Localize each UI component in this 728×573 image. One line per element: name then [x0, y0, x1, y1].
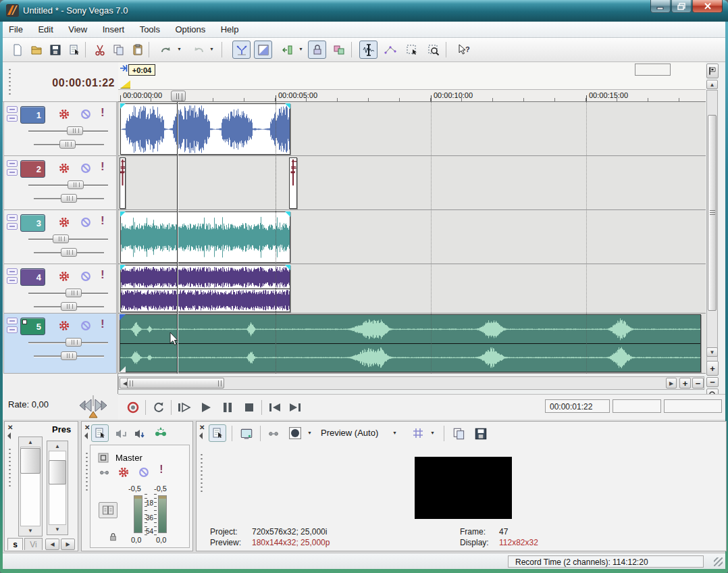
zoom-in-track-height-button[interactable]: +	[706, 361, 719, 376]
track-number[interactable]: 2	[20, 160, 45, 178]
lock-envelopes-button[interactable]	[308, 41, 326, 59]
track-solo-icon[interactable]: !	[101, 268, 105, 282]
menu-view[interactable]: View	[62, 22, 93, 34]
volume-slider[interactable]	[28, 293, 108, 295]
minimize-track-button[interactable]	[7, 268, 18, 275]
overlays-button[interactable]	[411, 426, 425, 440]
pause-button[interactable]	[218, 398, 237, 417]
restore-track-button[interactable]	[7, 223, 18, 230]
zoom-out-track-height-button[interactable]: −	[706, 377, 719, 387]
record-button[interactable]	[124, 398, 142, 417]
stop-button[interactable]	[240, 398, 259, 417]
tab-scroll-right-button[interactable]: ▶	[61, 539, 75, 550]
track-header-2[interactable]: 2!	[3, 156, 117, 210]
minimize-track-button[interactable]	[7, 160, 18, 167]
audio-event-track1-1[interactable]	[120, 103, 290, 155]
pan-slider[interactable]	[34, 252, 104, 254]
track-mute-icon[interactable]	[80, 162, 92, 174]
vertical-scroll-thumb[interactable]	[708, 115, 717, 311]
track-mute-icon[interactable]	[80, 320, 92, 332]
preview-quality-dropdown[interactable]: ▼	[307, 430, 312, 435]
zoom-edit-tool-button[interactable]	[424, 41, 442, 59]
save-button[interactable]	[46, 41, 64, 59]
record-arm-indicator[interactable]	[22, 320, 27, 324]
bus-automation-icon[interactable]	[118, 466, 130, 478]
track-solo-icon[interactable]: !	[101, 106, 105, 120]
marker-name-box[interactable]	[635, 64, 671, 76]
close-button[interactable]	[692, 0, 723, 13]
master-bus-button[interactable]	[97, 451, 110, 464]
marker-arrow-icon[interactable]	[120, 64, 128, 72]
time-display-grip[interactable]	[8, 68, 12, 97]
browser-scrollbar-2[interactable]: ▲ ▼	[47, 441, 68, 535]
track-solo-icon[interactable]: !	[101, 214, 105, 228]
loop-region-marker[interactable]	[120, 80, 130, 89]
horizontal-scrollbar[interactable]: ◀ ▶ + −	[118, 376, 704, 390]
volume-slider-handle[interactable]	[53, 234, 69, 243]
paste-button[interactable]	[128, 41, 147, 59]
volume-slider[interactable]	[28, 239, 108, 241]
zoom-out-time-button[interactable]: −	[692, 378, 704, 389]
track-automation-icon[interactable]	[58, 162, 70, 174]
scroll-up-button[interactable]: ▲	[706, 80, 718, 89]
pan-slider[interactable]	[34, 198, 104, 200]
track-mute-icon[interactable]	[80, 270, 92, 282]
selection-edit-tool-button[interactable]	[402, 41, 421, 59]
ignore-event-grouping-button[interactable]	[330, 41, 348, 59]
track-automation-icon[interactable]	[58, 270, 70, 282]
track-number[interactable]: 3	[20, 214, 45, 232]
audio-event-track5-1[interactable]	[120, 314, 701, 372]
play-button[interactable]	[197, 398, 215, 417]
menu-file[interactable]: File	[3, 22, 29, 34]
cursor-scrub-handle[interactable]	[171, 91, 186, 101]
volume-slider-handle[interactable]	[68, 180, 84, 189]
resize-grip[interactable]	[714, 557, 723, 566]
maximize-button[interactable]	[671, 0, 692, 13]
menu-tools[interactable]: Tools	[134, 22, 166, 34]
track-row-5[interactable]	[118, 314, 706, 374]
panel-grip[interactable]	[85, 451, 88, 493]
redo-dropdown[interactable]: ▼	[209, 47, 214, 51]
track-row-4[interactable]	[118, 264, 706, 314]
track-header-4[interactable]: 4!	[3, 264, 117, 314]
pan-slider[interactable]	[34, 355, 104, 357]
menu-edit[interactable]: Edit	[32, 22, 59, 34]
selection-length-box[interactable]	[664, 399, 722, 413]
track-header-1[interactable]: 1!	[3, 102, 117, 156]
minimize-track-button[interactable]	[7, 106, 18, 113]
close-icon[interactable]: ✕	[7, 424, 13, 431]
horizontal-scroll-thumb[interactable]	[127, 378, 224, 389]
zoom-in-time-button[interactable]: +	[679, 378, 691, 389]
track-header-5[interactable]: 5!	[3, 314, 117, 374]
track-number[interactable]: 1	[20, 106, 45, 124]
pan-slider-handle[interactable]	[61, 194, 77, 203]
bus-fx-icon[interactable]	[99, 467, 110, 478]
minimize-track-button[interactable]	[7, 318, 18, 324]
browser-scrollbar-1[interactable]: ▲ ▼	[18, 437, 43, 537]
audio-event-track2-2[interactable]	[289, 157, 297, 209]
track-automation-icon[interactable]	[58, 216, 70, 228]
external-monitor-button[interactable]	[238, 426, 255, 441]
auto-ripple-button[interactable]	[278, 41, 296, 59]
volume-slider-handle[interactable]	[67, 126, 83, 135]
track-row-3[interactable]	[118, 210, 706, 264]
audio-event-track4-1[interactable]	[120, 265, 290, 312]
menu-help[interactable]: Help	[215, 22, 245, 34]
bus-mute-icon[interactable]	[138, 466, 150, 478]
preview-quality-label[interactable]: Preview (Auto)	[321, 428, 378, 438]
new-project-button[interactable]	[8, 41, 26, 59]
auto-crossfades-button[interactable]	[254, 41, 272, 59]
track-mute-icon[interactable]	[80, 216, 92, 228]
pan-slider-handle[interactable]	[61, 351, 77, 360]
dock-tab-2[interactable]: Vi	[24, 538, 43, 550]
pan-slider[interactable]	[34, 306, 104, 308]
restore-track-button[interactable]	[7, 326, 18, 333]
overlays-dropdown[interactable]: ▼	[430, 430, 435, 435]
copy-button[interactable]	[109, 41, 128, 59]
volume-slider[interactable]	[28, 342, 108, 344]
track-row-1[interactable]	[118, 102, 706, 156]
audio-event-track2-1[interactable]	[120, 157, 126, 209]
minimize-track-button[interactable]	[7, 214, 18, 221]
restore-track-button[interactable]	[7, 277, 18, 284]
track-number[interactable]: 5	[20, 318, 45, 335]
